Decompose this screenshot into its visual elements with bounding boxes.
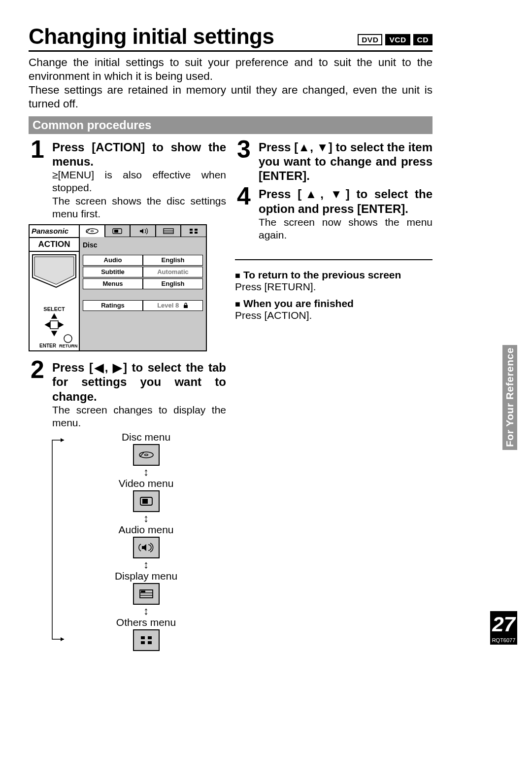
svg-rect-15 <box>190 232 193 234</box>
cycle-icon-others-icon <box>133 629 160 651</box>
svg-point-2 <box>64 335 72 343</box>
step-3: 3 Press [▲, ▼] to select the item you wa… <box>235 137 432 183</box>
svg-rect-13 <box>190 229 193 231</box>
osd-row-menus: Menus English <box>83 278 203 289</box>
step-4-num: 4 <box>235 184 253 241</box>
cycle-label-display: Display menu <box>114 570 178 582</box>
cycle-arrow-3: ↕ <box>114 559 178 570</box>
badge-vcd: VCD <box>385 34 410 45</box>
svg-point-19 <box>144 454 148 456</box>
step-2-num: 2 <box>29 357 46 429</box>
note-return-body: Press [RETURN]. <box>235 281 316 292</box>
svg-rect-16 <box>195 232 198 234</box>
section-bar: Common procedures <box>29 116 432 134</box>
step-1-title: Press [ACTION] to show the menus. <box>52 140 226 169</box>
format-badges: DVD VCD CD <box>358 34 432 45</box>
osd-tabs <box>80 225 206 237</box>
osd-row-ratings: Ratings Level 8 <box>83 300 203 311</box>
page-title: Changing initial settings <box>29 26 274 47</box>
osd-row-audio: Audio English <box>83 255 203 266</box>
svg-rect-14 <box>195 229 198 231</box>
note-finish: ■When you are finished Press [ACTION]. <box>235 298 432 321</box>
step-2-sub: The screen changes to display the menu. <box>52 404 226 430</box>
osd-audio-label: Audio <box>83 255 143 266</box>
osd-ratings-value-text: Level 8 <box>157 302 179 309</box>
note-finish-title: When you are finished <box>243 298 354 309</box>
square-bullet-icon: ■ <box>235 271 240 280</box>
cycle-label-video: Video menu <box>114 478 178 489</box>
cycle-label-disc: Disc menu <box>114 431 178 443</box>
page-code: RQT6077 <box>490 637 517 644</box>
osd-row-subtitle: Subtitle Automatic <box>83 267 203 277</box>
step-2-title: Press [◀, ▶] to select the tab for setti… <box>52 360 226 404</box>
svg-rect-26 <box>141 591 145 593</box>
step-4: 4 Press [▲, ▼] to select the option and … <box>235 184 432 241</box>
svg-rect-29 <box>141 641 145 644</box>
badge-cd: CD <box>413 34 432 45</box>
step-1: 1 Press [ACTION] to show the menus. ≥[ME… <box>29 137 226 221</box>
osd-subtitle-value: Automatic <box>143 267 203 277</box>
svg-point-6 <box>91 231 94 232</box>
svg-text:SELECT: SELECT <box>43 306 65 312</box>
svg-rect-1 <box>50 321 58 329</box>
tab-video-icon <box>105 225 131 237</box>
cycle-icon-display-icon <box>133 583 160 605</box>
osd-figure: Panasonic ACTION SELECT <box>29 224 207 351</box>
step-1-sub: The screen shows the disc settings menu … <box>52 195 226 221</box>
osd-menus-label: Menus <box>83 278 143 289</box>
right-divider <box>235 259 432 260</box>
side-tab: For Your Reference <box>502 345 517 450</box>
osd-menus-value: English <box>143 278 203 289</box>
cycle-label-audio: Audio menu <box>114 524 178 536</box>
step-1-num: 1 <box>29 137 46 221</box>
cycle-icon-audio-icon <box>133 537 160 558</box>
cycle-arrow-4: ↕ <box>114 606 178 617</box>
svg-rect-22 <box>142 499 148 504</box>
svg-text:RETURN: RETURN <box>59 344 78 348</box>
osd-tab-label: Disc <box>80 237 206 255</box>
lock-icon <box>183 302 189 311</box>
brand-label: Panasonic <box>30 225 79 238</box>
tab-disc-icon <box>80 225 105 237</box>
tab-display-icon <box>156 225 181 237</box>
intro-line-2: These settings are retained in memory un… <box>29 83 432 111</box>
cycle-icon-disc-icon <box>133 444 160 466</box>
svg-rect-17 <box>184 305 188 308</box>
osd-audio-value: English <box>143 255 203 266</box>
svg-rect-30 <box>148 641 152 644</box>
menu-cycle: Disc menu ↕ Video menu ↕ Audio menu <box>46 431 226 652</box>
action-label: ACTION <box>30 238 79 252</box>
cycle-arrow-1: ↕ <box>114 467 178 478</box>
remote-art: SELECT <box>30 252 79 350</box>
step-1-bullet: ≥[MENU] is also effective when stopped. <box>52 169 226 195</box>
svg-rect-10 <box>164 229 173 234</box>
tab-audio-icon <box>130 225 156 237</box>
svg-rect-9 <box>114 230 118 233</box>
cycle-arrow-2: ↕ <box>114 513 178 524</box>
step-3-title: Press [▲, ▼] to select the item you want… <box>259 140 432 183</box>
osd-subtitle-label: Subtitle <box>83 267 143 277</box>
cycle-icon-video-icon <box>133 490 160 512</box>
osd-table: Audio English Subtitle Automatic Menus E… <box>80 255 206 334</box>
page-number: 27 <box>490 611 517 637</box>
intro-line-1: Change the initial settings to suit your… <box>29 56 432 83</box>
square-bullet-icon: ■ <box>235 299 240 309</box>
cycle-loop-arrow <box>46 431 66 652</box>
svg-rect-28 <box>148 636 152 639</box>
osd-ratings-label: Ratings <box>83 300 143 311</box>
page-number-box: 27 RQT6077 <box>490 611 517 645</box>
step-3-num: 3 <box>235 137 253 183</box>
note-finish-body: Press [ACTION]. <box>235 310 312 321</box>
intro-text: Change the initial settings to suit your… <box>29 56 432 111</box>
cycle-label-others: Others menu <box>114 617 178 628</box>
badge-dvd: DVD <box>358 34 382 45</box>
step-4-title: Press [▲, ▼] to select the option and pr… <box>259 187 432 216</box>
osd-ratings-value: Level 8 <box>143 300 203 311</box>
note-return: ■To return to the previous screen Press … <box>235 269 432 293</box>
step-2: 2 Press [◀, ▶] to select the tab for set… <box>29 357 226 429</box>
step-4-sub: The screen now shows the menu again. <box>259 216 432 242</box>
title-rule <box>29 50 432 52</box>
tab-others-icon <box>181 225 206 237</box>
note-return-title: To return to the previous screen <box>243 269 401 280</box>
svg-rect-27 <box>141 636 145 639</box>
